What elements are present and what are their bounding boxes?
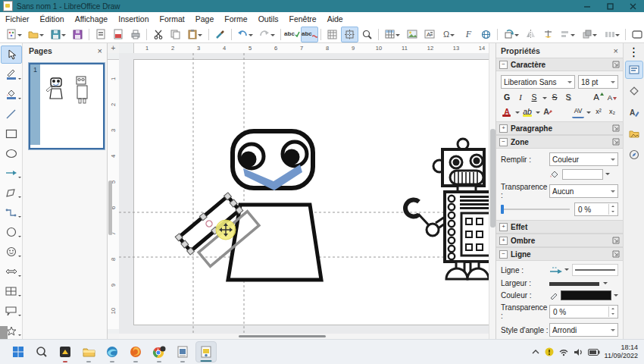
increase-font-size-button[interactable]: A [592, 91, 605, 103]
underline-button[interactable]: S [528, 91, 540, 103]
corner-style-combobox[interactable]: Arrondi [549, 323, 618, 337]
special-character-button[interactable]: Ω [438, 27, 460, 42]
maximize-button[interactable] [599, 0, 621, 12]
strikethrough-button[interactable]: S [549, 91, 561, 103]
connectors-tool[interactable] [1, 203, 22, 221]
basic-shapes-dropdown-arrow[interactable] [18, 236, 21, 239]
tray-wifi-icon[interactable] [558, 348, 569, 356]
section-ligne-header[interactable]: − Ligne [496, 247, 623, 261]
flowchart-dropdown-arrow[interactable] [18, 295, 21, 298]
taskbar-file-explorer-button[interactable] [78, 341, 99, 362]
tray-app-yellow-icon[interactable] [545, 347, 554, 356]
select-tool[interactable] [1, 46, 22, 64]
distribute-dropdown-arrow[interactable] [615, 34, 620, 39]
callouts-dropdown-arrow[interactable] [18, 315, 21, 318]
menu-item[interactable]: Aide [322, 13, 349, 25]
pages-panel-close-icon[interactable]: × [98, 46, 102, 55]
line-color-dropdown-arrow[interactable] [18, 78, 21, 81]
collapse-icon[interactable]: − [499, 138, 508, 146]
block-arrows-dropdown-arrow[interactable] [18, 275, 21, 278]
font-name-combobox[interactable]: Liberation Sans [501, 75, 575, 89]
robot-head-shape[interactable] [233, 131, 313, 190]
start-button[interactable] [8, 341, 29, 362]
zone-dialog-launcher-icon[interactable] [612, 138, 620, 146]
line-width-dropdown-arrow[interactable] [603, 282, 608, 287]
fill-color-bucket-icon[interactable] [549, 170, 559, 180]
section-paragraphe-header[interactable]: + Paragraphe [496, 121, 623, 135]
copy-button[interactable] [167, 27, 184, 42]
tab-gallery[interactable] [625, 124, 643, 143]
auto-spellcheck-button[interactable]: abc [301, 27, 318, 42]
redo-button[interactable] [256, 27, 278, 42]
kerning-button[interactable]: AV [572, 105, 584, 118]
transparency-percent-spinner[interactable]: 0 % [574, 202, 618, 216]
save-dropdown-arrow[interactable] [61, 34, 66, 39]
fill-color-tool[interactable] [1, 85, 22, 103]
superscript-button[interactable]: x² [592, 105, 605, 118]
highlight-color-button[interactable]: ab [521, 105, 533, 118]
highlight-dropdown-arrow[interactable] [536, 111, 540, 116]
zoom-button[interactable] [358, 27, 376, 42]
taskbar-chrome-button[interactable] [148, 341, 170, 362]
menu-item[interactable]: Affichage [70, 13, 114, 25]
helplines-while-moving-button[interactable] [628, 27, 644, 42]
lines-and-arrows-tool[interactable] [1, 164, 22, 182]
basic-shapes-tool[interactable] [1, 223, 22, 241]
kerning-dropdown-arrow[interactable] [586, 111, 591, 116]
tab-shapes[interactable] [625, 82, 643, 100]
line-color-swatch[interactable] [561, 290, 611, 300]
section-effet-header[interactable]: + Effet [496, 220, 623, 234]
menu-item[interactable]: Insertion [113, 13, 154, 25]
fontwork-button[interactable]: F [460, 27, 477, 42]
taskbar-firefox-button[interactable] [125, 341, 146, 362]
open-button[interactable] [25, 27, 47, 42]
section-ombre-header[interactable]: + Ombre [496, 234, 623, 247]
caractere-dialog-launcher-icon[interactable] [612, 61, 620, 68]
ligne-dialog-launcher-icon[interactable] [612, 250, 620, 258]
fill-color-dropdown-arrow[interactable] [18, 98, 21, 101]
hyperlink-button[interactable] [477, 27, 495, 42]
tab-properties[interactable] [625, 61, 643, 79]
line-width-button[interactable] [549, 281, 618, 287]
font-size-combobox[interactable]: 18 pt [578, 75, 618, 89]
taskbar-search-button[interactable] [31, 341, 52, 362]
horizontal-ruler[interactable]: 1234567891011121314 [119, 43, 489, 54]
new-dropdown-arrow[interactable] [17, 34, 22, 39]
sidebar-close-icon[interactable]: × [614, 46, 620, 55]
export-button[interactable] [92, 27, 109, 42]
line-tool[interactable] [1, 105, 22, 123]
curves-polygons-tool[interactable] [1, 184, 22, 202]
shadow-format-button[interactable]: S [562, 91, 574, 103]
italic-button[interactable]: I [514, 91, 527, 103]
collapse-icon[interactable]: − [499, 250, 508, 259]
transparency-slider-thumb[interactable] [501, 205, 504, 214]
menu-item[interactable]: Outils [253, 13, 284, 25]
expand-icon[interactable]: + [499, 223, 508, 231]
table-dropdown-arrow[interactable] [395, 34, 400, 39]
sidebar-menu-icon[interactable]: ⋮ [625, 46, 643, 58]
flip-button[interactable] [522, 27, 539, 42]
menu-item[interactable]: Page [190, 13, 220, 25]
underline-dropdown-arrow[interactable] [542, 97, 547, 102]
line-color-pen-icon[interactable] [549, 291, 559, 300]
collapse-icon[interactable]: − [499, 61, 508, 69]
bold-button[interactable]: G [501, 91, 513, 103]
line-color-swatch-dropdown-arrow[interactable] [614, 294, 618, 299]
arrange-dropdown-arrow[interactable] [592, 34, 597, 39]
font-color-dropdown-arrow[interactable] [515, 111, 520, 116]
arrow-style-dropdown-arrow[interactable] [564, 268, 569, 273]
transparency-slider[interactable] [501, 204, 570, 215]
line-color-tool[interactable] [1, 65, 22, 83]
symbol-shapes-tool[interactable] [1, 243, 22, 261]
insert-textbox-button[interactable]: A [420, 27, 438, 42]
paste-dropdown-arrow[interactable] [198, 34, 202, 39]
insert-table-button[interactable] [381, 27, 403, 42]
line-transparency-spinner[interactable]: 0 % [549, 305, 618, 318]
line-style-button[interactable] [572, 264, 618, 276]
subscript-button[interactable]: x₂ [606, 105, 618, 118]
character-dialog-button[interactable]: A [542, 105, 554, 118]
tab-navigator[interactable] [625, 146, 643, 164]
curves-dropdown-arrow[interactable] [18, 196, 21, 199]
decrease-font-size-button[interactable]: A [606, 91, 618, 103]
arrange-button[interactable] [579, 27, 601, 42]
